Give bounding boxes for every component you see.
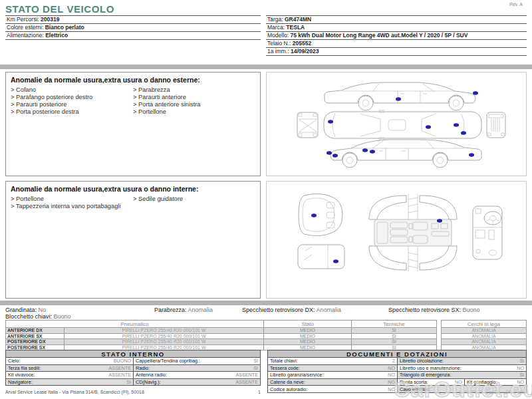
document-row: Tessera code:NO Libretto uso e manutenzi…: [268, 365, 526, 372]
tyre-position: ANTERIORE SX: [6, 334, 65, 340]
summary-parabrezza: Parabrezza: Anomalia: [154, 307, 213, 313]
page-title: STATO DEL VEICOLO: [5, 3, 114, 15]
info-label: Alimentazione:: [7, 32, 44, 39]
tyre-termiche: SI: [352, 339, 437, 345]
anomaly-item: Sedile guidatore: [133, 196, 246, 203]
info-row-telaio: Telaio N.: 205552: [266, 40, 527, 48]
info-label: Modello:: [267, 32, 289, 39]
tyre-table-header: Pneumatico Stato Termiche: [6, 321, 437, 328]
damage-marker: [362, 148, 368, 152]
tyre-spec: PIRELLI PZERO 255/40 R20 000/101 W: [65, 339, 264, 345]
damage-marker: [454, 123, 459, 127]
interior-status-table: STATO INTERNO Cielo:BUONO Cappelliera/Te…: [5, 350, 261, 386]
vehicle-info-left: Km Percorsi: 200319 Colore esterni: Bian…: [5, 15, 261, 40]
damage-marker: [461, 131, 466, 135]
exterior-damage-diagram: [266, 72, 527, 176]
info-value: 200319: [41, 16, 59, 23]
documents-equipment-title: DOCUMENTI E DOTAZIONI: [268, 350, 526, 358]
document-row: Totale chiavi:2 Libretto circolazione:Si: [268, 358, 526, 365]
tyre-position: POSTERIORE DX: [6, 339, 65, 345]
status-row: Terza fila sedili:ASSENTE Radio:SI: [6, 365, 260, 372]
interior-car-diagram-svg: [267, 182, 526, 298]
damage-marker: [396, 97, 401, 101]
section-separator: [0, 65, 532, 69]
tyre-termiche: SI: [352, 334, 437, 340]
tyre-stato: MEDIO: [264, 339, 352, 345]
vehicle-report-page: Rev. A STATO DEL VEICOLO Km Percorsi: 20…: [0, 0, 532, 399]
info-value: GR474MN: [285, 16, 311, 23]
anomaly-item: Paraurti posteriore: [11, 101, 124, 108]
info-label: Targa:: [267, 16, 283, 23]
damage-marker: [332, 154, 338, 158]
info-value: TESLA: [286, 24, 305, 31]
tyre-row: POSTERIORE DX PIRELLI PZERO 255/40 R20 0…: [6, 339, 437, 345]
section-separator: [0, 301, 532, 305]
revision-label: Rev. A: [509, 2, 523, 7]
info-row-immatricolazione: 1a imm.: 14/09/2023: [266, 48, 527, 56]
info-row-alimentazione: Alimentazione: Elettrico: [5, 32, 261, 40]
wheel-status: ANOMALIA: [442, 334, 527, 340]
damage-marker: [473, 91, 478, 95]
exterior-anomalies-box: Anomalie da normale usura,extra usura o …: [5, 72, 261, 176]
interior-status-title: STATO INTERNO: [6, 350, 260, 358]
alloy-wheels-column: Cerchi in lega ANOMALIA ANOMALIA ANOMALI…: [441, 320, 527, 350]
anomaly-item: Porta posteriore destra: [11, 108, 124, 116]
info-row-targa: Targa: GR474MN: [266, 16, 527, 24]
info-row-modello: Modello: 75 kWh Dual Motor Long Range 4W…: [266, 32, 527, 40]
wheel-status: ANOMALIA: [442, 339, 527, 345]
vehicle-info-right: Targa: GR474MN Marca: TESLA Modello: 75 …: [266, 15, 527, 56]
summary-blocchetto: Blocchetto chiavi: Buono: [5, 313, 71, 320]
wheel-status: ANOMALIA: [442, 328, 527, 334]
info-value: 75 kWh Dual Motor Long Range 4WD aut.Mod…: [291, 32, 468, 39]
summary-specchietto-dx: Specchietto retrovisore DX: Anomalia: [242, 307, 341, 313]
tyre-termiche: SI: [352, 328, 437, 334]
interior-damage-diagram: [266, 181, 527, 299]
info-value: 205552: [293, 40, 311, 47]
damage-marker: [328, 120, 333, 124]
header-pneumatico: Pneumatico: [6, 321, 264, 328]
status-row: Cielo:BUONO Cappelliera/Tendina copribag…: [6, 358, 260, 365]
footer-document-id: iD Ko4RQ3-21oo25u | 0Ru74Rod: [459, 390, 528, 394]
damage-marker: [469, 153, 474, 157]
anomaly-item: Parabrezza: [133, 86, 246, 94]
tyre-spec: PIRELLI PZERO 255/40 R20 000/101 W: [65, 334, 264, 340]
info-value: Bianco perlato: [45, 24, 84, 31]
header-stato: Stato: [264, 321, 352, 328]
anomaly-item: Parafango posteriore destro: [11, 94, 124, 101]
footer-company-address: Arval Service Lease Italia - Via Pisana …: [5, 390, 144, 394]
info-label: Km Percorsi:: [7, 16, 39, 23]
damage-marker: [370, 150, 375, 154]
exterior-car-diagram-svg: [267, 73, 526, 176]
status-row: Navigatore:SI CD(Navig.):ASSENTE: [6, 379, 260, 386]
anomaly-item: Portellone: [11, 196, 124, 203]
info-label: Colore esterni:: [7, 24, 43, 31]
documents-equipment-table: DOCUMENTI E DOTAZIONI Totale chiavi:2 Li…: [267, 350, 527, 393]
tyre-row: ANTERIORE SX PIRELLI PZERO 255/40 R20 00…: [6, 334, 437, 340]
tyre-stato: MEDIO: [264, 328, 352, 334]
info-label: Marca:: [267, 24, 285, 31]
info-row-marca: Marca: TESLA: [266, 24, 527, 32]
info-label: 1a imm.:: [267, 48, 289, 55]
anomaly-item: Cofano: [11, 86, 124, 94]
footer-page-number: 1: [258, 390, 261, 394]
info-row-km: Km Percorsi: 200319: [5, 16, 261, 24]
document-row: Catene da neve:NO Ruota scorta:NO Kit go…: [268, 379, 526, 386]
tyre-spec: PIRELLI PZERO 255/40 R20 000/101 W: [65, 328, 264, 334]
header-termiche: Termiche: [352, 321, 437, 328]
tyre-stato: MEDIO: [264, 334, 352, 340]
status-row: Kit vivavoce:ASSENTE Antenna radio:ASSEN…: [6, 372, 260, 379]
info-row-colore: Colore esterni: Bianco perlato: [5, 24, 261, 32]
header-cerchi: Cerchi in lega: [442, 321, 527, 328]
damage-marker: [333, 259, 338, 263]
info-value: Elettrico: [45, 32, 68, 39]
tyre-position: ANTERIORE DX: [6, 328, 65, 334]
summary-grandinata: Grandinata: No: [5, 307, 46, 313]
damage-marker: [437, 219, 442, 223]
info-value: 14/09/2023: [291, 48, 319, 55]
anomaly-item: Portellone: [133, 108, 246, 116]
damage-marker: [327, 151, 332, 155]
damage-marker: [426, 125, 431, 129]
document-row: Libretto garanzia/service:NO Triangolo d…: [268, 372, 526, 379]
anomaly-item: Tappezzeria interna vano portabagagli: [11, 203, 124, 210]
interior-anomalies-box: Anomalie da normale usura,extra usura o …: [5, 181, 261, 299]
